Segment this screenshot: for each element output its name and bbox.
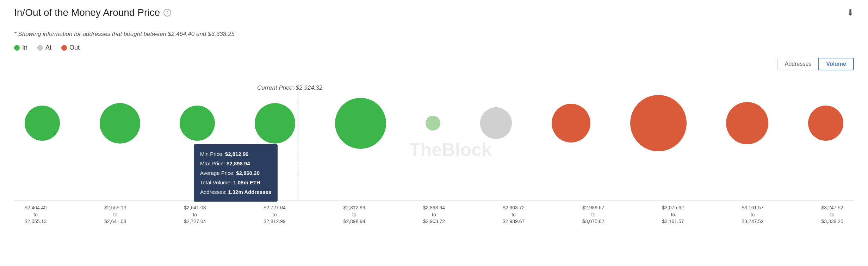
chart-area: Current Price: $2,924.32 TheBlock <box>14 74 854 225</box>
bubble-circle-9 <box>630 95 687 151</box>
legend-label-at: At <box>45 44 51 51</box>
header-left: In/Out of the Money Around Price ? <box>14 7 171 18</box>
bubble-circle-5 <box>335 98 386 149</box>
bubble-7 <box>480 107 512 139</box>
bubble-9 <box>630 95 687 151</box>
page-container: In/Out of the Money Around Price ? ⬇ * S… <box>0 0 868 266</box>
current-price-label: Current Price: $2,924.32 <box>257 84 322 91</box>
x-label-3: $2,641.08 to $2,727.04 <box>184 204 206 225</box>
tooltip-value-5: 1.32m Addresses <box>228 189 271 195</box>
page-title: In/Out of the Money Around Price <box>14 7 160 18</box>
legend-label-out: Out <box>69 44 80 51</box>
legend: In At Out <box>14 44 854 51</box>
bubble-10 <box>726 102 768 144</box>
bubble-circle-8 <box>552 104 590 142</box>
bubble-1 <box>25 106 60 141</box>
tooltip: Min Price: $2,812.99 Max Price: $2,898.9… <box>194 144 278 202</box>
tooltip-value-4: 1.08m ETH <box>233 179 260 185</box>
tooltip-row-4: Total Volume: 1.08m ETH <box>200 178 271 187</box>
x-label-9: $3,075.62 to $3,161.57 <box>662 204 684 225</box>
bubble-5 <box>335 98 386 149</box>
bubble-3 <box>180 106 215 141</box>
bubble-circle-6 <box>426 116 440 131</box>
x-label-11: $3,247.52 to $3,338.25 <box>822 204 843 225</box>
tooltip-row-1: Min Price: $2,812.99 <box>200 149 271 159</box>
x-label-10: $3,161.57 to $3,247.52 <box>742 204 763 225</box>
bubble-4 <box>255 103 295 144</box>
bubble-circle-1 <box>25 106 60 141</box>
download-icon[interactable]: ⬇ <box>847 8 854 18</box>
bubble-11 <box>808 106 843 141</box>
bubble-circle-10 <box>726 102 768 144</box>
volume-button[interactable]: Volume <box>818 58 854 70</box>
bubble-circle-2 <box>100 103 140 144</box>
x-label-6: $2,898.94 to $2,903.72 <box>423 204 445 225</box>
subtitle: * Showing information for addresses that… <box>14 31 854 38</box>
help-icon[interactable]: ? <box>163 9 171 17</box>
tooltip-label-1: Min Price: <box>200 151 225 157</box>
legend-item-at: At <box>37 44 51 51</box>
header: In/Out of the Money Around Price ? ⬇ <box>14 7 854 24</box>
tooltip-row-3: Average Price: $2,860.20 <box>200 168 271 178</box>
tooltip-label-2: Max Price: <box>200 160 227 166</box>
tooltip-value-2: $2,898.94 <box>227 160 250 166</box>
tooltip-row-2: Max Price: $2,898.94 <box>200 159 271 168</box>
legend-dot-at <box>37 45 43 51</box>
bubble-2 <box>100 103 140 144</box>
legend-item-out: Out <box>61 44 80 51</box>
x-label-5: $2,812.99 to $2,898.94 <box>343 204 365 225</box>
x-label-8: $2,989.67 to $3,075.62 <box>582 204 604 225</box>
tooltip-value-3: $2,860.20 <box>236 170 260 176</box>
bubble-circle-3 <box>180 106 215 141</box>
bubble-8 <box>552 104 590 142</box>
legend-label-in: In <box>22 44 27 51</box>
x-axis: $2,464.40 to $2,555.13 $2,555.13 to $2,6… <box>14 201 854 225</box>
x-label-1: $2,464.40 to $2,555.13 <box>25 204 46 225</box>
tooltip-row-5: Addresses: 1.32m Addresses <box>200 187 271 197</box>
legend-dot-in <box>14 45 20 51</box>
bubble-circle-11 <box>808 106 843 141</box>
legend-dot-out <box>61 45 67 51</box>
bubble-6 <box>426 116 440 131</box>
bubbles-row <box>14 95 854 151</box>
bubble-circle-4 <box>255 103 295 144</box>
tooltip-label-5: Addresses: <box>200 189 228 195</box>
x-label-2: $2,555.13 to $2,641.08 <box>104 204 126 225</box>
tooltip-value-1: $2,812.99 <box>225 151 249 157</box>
tooltip-label-4: Total Volume: <box>200 179 233 185</box>
bubble-circle-7 <box>480 107 512 139</box>
x-label-7: $2,903.72 to $2,989.67 <box>503 204 525 225</box>
x-label-4: $2,727.04 to $2,812.99 <box>264 204 285 225</box>
controls: Addresses Volume <box>14 58 854 70</box>
legend-item-in: In <box>14 44 27 51</box>
tooltip-label-3: Average Price: <box>200 170 236 176</box>
addresses-button[interactable]: Addresses <box>777 58 819 70</box>
